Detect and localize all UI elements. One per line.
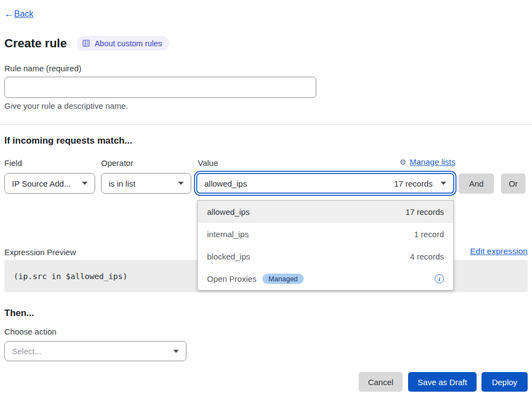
list-option-internal-ips[interactable]: internal_ips 1 record	[198, 223, 453, 245]
value-select-dropdown: allowed_ips 17 records internal_ips 1 re…	[197, 200, 454, 290]
create-rule-page: ←Back Create rule About custom rules Rul…	[0, 0, 532, 402]
book-icon	[82, 39, 90, 47]
manage-lists-label: Manage lists	[410, 157, 455, 166]
operator-select-value: is in list	[109, 179, 135, 188]
list-option-count: 17 records	[405, 207, 444, 217]
section-divider	[0, 124, 532, 125]
info-icon[interactable]: i	[435, 274, 444, 283]
field-select[interactable]: IP Source Add...	[4, 173, 95, 194]
about-badge-label: About custom rules	[95, 39, 162, 48]
chevron-down-icon	[82, 182, 87, 185]
choose-action-label: Choose action	[4, 327, 57, 336]
list-option-allowed-ips[interactable]: allowed_ips 17 records	[198, 201, 453, 223]
action-select-placeholder: Select...	[12, 347, 41, 356]
chevron-down-icon	[441, 182, 446, 185]
cancel-button[interactable]: Cancel	[359, 372, 403, 392]
value-select[interactable]: allowed_ips 17 records	[196, 173, 454, 194]
value-label: Value	[198, 158, 218, 168]
manage-lists-link[interactable]: ⚙ Manage lists	[399, 157, 455, 166]
page-title: Create rule	[4, 36, 67, 51]
list-option-name: allowed_ips	[207, 207, 249, 217]
save-as-draft-button[interactable]: Save as Draft	[408, 372, 477, 392]
list-option-name: Open Proxies	[207, 274, 256, 283]
chevron-down-icon	[173, 350, 179, 353]
back-link-label: Back	[14, 9, 34, 19]
about-custom-rules-link[interactable]: About custom rules	[77, 36, 170, 51]
list-option-open-proxies[interactable]: Open Proxies Managed i	[198, 268, 453, 290]
list-option-name: blocked_ips	[207, 252, 250, 261]
field-select-value: IP Source Add...	[12, 179, 71, 188]
gear-icon: ⚙	[399, 158, 406, 166]
value-select-value: allowed_ips	[204, 179, 247, 188]
value-select-count: 17 records	[394, 179, 433, 188]
edit-expression-link[interactable]: Edit expression	[470, 246, 528, 256]
expression-preview-label: Expression Preview	[4, 248, 76, 257]
operator-label: Operator	[101, 158, 133, 168]
edit-expression-label: Edit expression	[470, 246, 528, 256]
list-option-blocked-ips[interactable]: blocked_ips 4 records	[198, 245, 453, 268]
managed-badge: Managed	[262, 274, 304, 284]
title-row: Create rule About custom rules	[4, 36, 170, 51]
expression-code: (ip.src in $allowed_ips)	[14, 272, 128, 281]
list-option-count: 4 records	[410, 252, 444, 261]
field-label: Field	[4, 158, 22, 168]
back-link[interactable]: ←Back	[4, 9, 34, 20]
operator-select[interactable]: is in list	[101, 173, 191, 194]
rule-name-label: Rule name (required)	[4, 64, 82, 73]
action-select[interactable]: Select...	[4, 341, 186, 361]
or-button[interactable]: Or	[501, 174, 525, 194]
list-option-name: internal_ips	[207, 230, 249, 239]
deploy-button[interactable]: Deploy	[481, 372, 528, 392]
and-button[interactable]: And	[459, 174, 494, 194]
match-section-heading: If incoming requests match...	[4, 135, 132, 146]
then-section-heading: Then...	[4, 308, 34, 319]
rule-name-input[interactable]	[4, 77, 316, 98]
rule-name-helper: Give your rule a descriptive name.	[4, 101, 128, 110]
chevron-down-icon	[178, 182, 184, 185]
back-arrow-icon: ←	[4, 9, 14, 20]
list-option-count: 1 record	[414, 230, 444, 239]
